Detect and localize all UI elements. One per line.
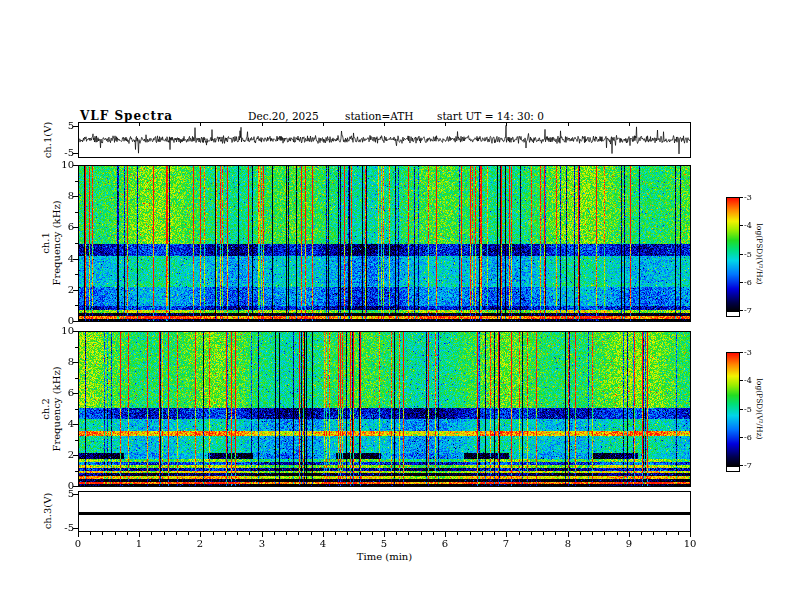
time-axis-minor-tick <box>360 532 361 535</box>
ch1-waveform-panel <box>78 122 691 158</box>
time-axis-minor-tick <box>335 532 336 535</box>
colorbar-tick <box>740 437 743 438</box>
time-axis-minor-tick <box>519 532 520 535</box>
time-axis-minor-tick <box>494 532 495 535</box>
time-tick-label: 1 <box>130 538 148 549</box>
time-axis-tick <box>445 532 446 537</box>
ch1-frequency-axis-title-line2: Frequency (kHz) <box>51 200 62 285</box>
time-axis-minor-tick <box>555 532 556 535</box>
time-axis-minor-tick <box>617 532 618 535</box>
time-axis-minor-tick <box>433 532 434 535</box>
time-tick-label: 6 <box>436 538 454 549</box>
time-axis-minor-tick <box>213 532 214 535</box>
ch1-frequency-tick-label: 8 <box>48 190 74 201</box>
time-axis-minor-tick <box>531 532 532 535</box>
station-label: station=ATH <box>345 110 414 122</box>
ch2-frequency-axis-title-line2: Frequency (kHz) <box>51 366 62 451</box>
plot-title: VLF Spectra <box>80 109 173 123</box>
time-axis-minor-tick <box>653 532 654 535</box>
time-axis-minor-tick <box>151 532 152 535</box>
colorbar-2 <box>726 352 740 472</box>
time-axis-minor-tick <box>396 532 397 535</box>
time-axis-minor-tick <box>470 532 471 535</box>
ch2-frequency-tick-label: 8 <box>48 356 74 367</box>
time-axis-minor-tick <box>311 532 312 535</box>
colorbar-tick <box>740 254 743 255</box>
ch1-frequency-tick-label: 2 <box>48 284 74 295</box>
ch2-frequency-tick-label: 0 <box>48 480 74 491</box>
time-tick-label: 5 <box>375 538 393 549</box>
ch3-waveform-panel <box>78 491 691 532</box>
time-axis-tick <box>262 532 263 537</box>
time-axis-title: Time (min) <box>78 551 691 562</box>
time-axis-minor-tick <box>274 532 275 535</box>
colorbar-1-title: log(PSD)(V²/Hz) <box>755 223 764 284</box>
ch2-spectrogram-canvas <box>79 332 690 486</box>
time-axis-tick <box>139 532 140 537</box>
time-axis-minor-tick <box>286 532 287 535</box>
colorbar-tick <box>740 282 743 283</box>
time-tick-label: 3 <box>253 538 271 549</box>
colorbar-tick-label: -7 <box>744 461 762 470</box>
colorbar-2-title: log(PSD)(V²/Hz) <box>755 378 764 439</box>
time-axis-minor-tick <box>164 532 165 535</box>
time-axis-minor-tick <box>225 532 226 535</box>
time-axis-tick <box>629 532 630 537</box>
time-axis-minor-tick <box>188 532 189 535</box>
time-axis-minor-tick <box>347 532 348 535</box>
time-axis-minor-tick <box>641 532 642 535</box>
time-axis-minor-tick <box>102 532 103 535</box>
time-tick-label: 8 <box>559 538 577 549</box>
time-axis-minor-tick <box>372 532 373 535</box>
vlf-spectra-figure: VLF Spectra Dec.20, 2025 station=ATH sta… <box>0 0 792 612</box>
ch2-frequency-axis-title: ch.2 Frequency (kHz) <box>40 366 62 451</box>
time-axis-tick <box>200 532 201 537</box>
colorbar-tick-label: -7 <box>744 306 762 315</box>
plot-date: Dec.20, 2025 <box>248 110 319 122</box>
colorbar-tick <box>740 310 743 311</box>
time-axis-minor-tick <box>457 532 458 535</box>
time-axis-tick <box>78 532 79 537</box>
time-axis-minor-tick <box>543 532 544 535</box>
colorbar-tick <box>740 409 743 410</box>
time-axis-tick <box>506 532 507 537</box>
colorbar-tick <box>740 380 743 381</box>
time-axis-minor-tick <box>115 532 116 535</box>
time-axis-minor-tick <box>421 532 422 535</box>
ch1-waveform-canvas <box>79 123 690 157</box>
ch1-frequency-tick-label: 10 <box>48 159 74 170</box>
time-axis-minor-tick <box>90 532 91 535</box>
ch1-voltage-axis-title: ch.1(V) <box>42 122 53 159</box>
colorbar-tick <box>740 197 743 198</box>
time-axis-minor-tick <box>592 532 593 535</box>
time-tick-label: 4 <box>314 538 332 549</box>
ch3-flat-line <box>79 512 690 515</box>
colorbar-tick-label: -3 <box>744 348 762 357</box>
time-tick-label: 7 <box>497 538 515 549</box>
time-axis-minor-tick <box>127 532 128 535</box>
time-axis-tick <box>690 532 691 537</box>
ch1-frequency-axis-title: ch.1 Frequency (kHz) <box>40 200 62 285</box>
time-axis-minor-tick <box>408 532 409 535</box>
ch1-spectrogram-panel <box>78 165 691 322</box>
colorbar-1 <box>726 197 740 317</box>
time-axis-minor-tick <box>249 532 250 535</box>
time-axis-tick <box>568 532 569 537</box>
time-axis-minor-tick <box>666 532 667 535</box>
ch1-spectrogram-canvas <box>79 166 690 321</box>
colorbar-tick <box>740 465 743 466</box>
ch2-frequency-axis-title-line1: ch.2 <box>40 366 51 451</box>
ch2-frequency-tick-label: 10 <box>48 325 74 336</box>
time-axis-minor-tick <box>237 532 238 535</box>
ch1-frequency-tick-label: 0 <box>48 315 74 326</box>
time-axis-minor-tick <box>176 532 177 535</box>
time-axis-minor-tick <box>678 532 679 535</box>
time-tick-label: 2 <box>191 538 209 549</box>
ch2-spectrogram-panel <box>78 331 691 487</box>
time-axis-minor-tick <box>482 532 483 535</box>
time-axis-minor-tick <box>580 532 581 535</box>
time-tick-label: 0 <box>69 538 87 549</box>
time-tick-label: 9 <box>620 538 638 549</box>
time-axis-tick <box>384 532 385 537</box>
time-tick-label: 10 <box>681 538 699 549</box>
